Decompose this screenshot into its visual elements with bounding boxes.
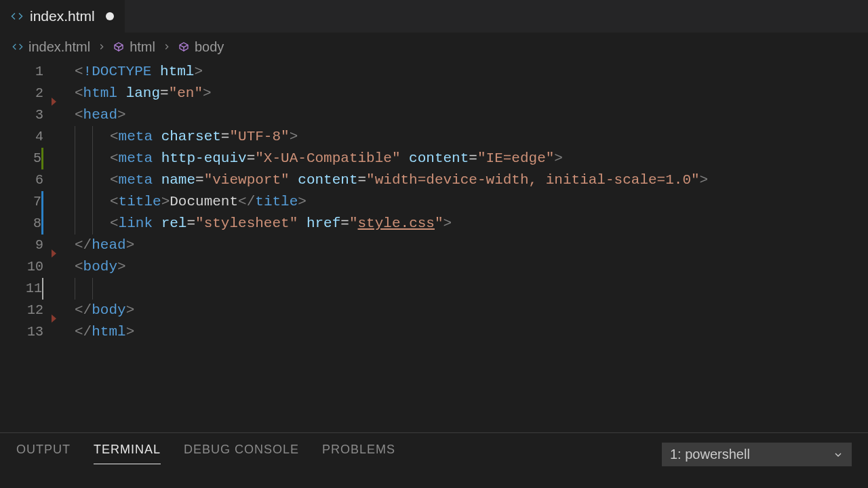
- code-line[interactable]: <!DOCTYPE html>: [57, 61, 868, 83]
- line-number: 11: [0, 278, 43, 300]
- breadcrumb-symbol[interactable]: body: [178, 39, 224, 55]
- code-line[interactable]: <html lang="en">: [57, 83, 868, 104]
- chevron-right-icon: [97, 42, 106, 52]
- code-line[interactable]: </body>: [57, 300, 868, 321]
- line-number: 10: [0, 256, 43, 278]
- line-number: 7: [0, 191, 43, 213]
- line-number: 2: [0, 83, 43, 104]
- code-line[interactable]: <body>: [57, 256, 868, 278]
- panel-tab-debug-console[interactable]: DEBUG CONSOLE: [184, 443, 299, 464]
- line-number: 12: [0, 300, 43, 321]
- line-number: 5: [0, 148, 43, 169]
- code-line[interactable]: <meta http-equiv="X-UA-Compatible" conte…: [57, 148, 868, 169]
- editor-tab[interactable]: index.html: [0, 0, 125, 33]
- breadcrumb-symbol-label: html: [130, 39, 155, 55]
- dirty-indicator-icon: [106, 12, 114, 20]
- code-line[interactable]: <title>Document</title>: [57, 191, 868, 213]
- chevron-down-icon: [833, 449, 844, 460]
- breadcrumb-file[interactable]: index.html: [12, 39, 90, 55]
- line-number: 13: [0, 321, 43, 343]
- html-file-icon: [12, 41, 23, 52]
- breadcrumb-symbol[interactable]: html: [113, 39, 155, 55]
- tab-filename: index.html: [30, 8, 95, 24]
- line-number: 4: [0, 126, 43, 148]
- breadcrumb-symbol-label: body: [195, 39, 224, 55]
- breadcrumb: index.html html body: [0, 33, 868, 61]
- code-line[interactable]: <head>: [57, 104, 868, 126]
- panel-tab-terminal[interactable]: TERMINAL: [94, 443, 161, 464]
- terminal-selector-label: 1: powershell: [670, 447, 750, 462]
- line-number-gutter: 12345678910111213: [0, 61, 53, 432]
- symbol-icon: [113, 41, 124, 52]
- code-line[interactable]: </html>: [57, 321, 868, 343]
- code-line[interactable]: <link rel="stylesheet" href="style.css">: [57, 213, 868, 235]
- line-number: 1: [0, 61, 43, 83]
- code-editor[interactable]: 12345678910111213 <!DOCTYPE html><html l…: [0, 61, 868, 432]
- code-line[interactable]: [57, 278, 868, 300]
- html-file-icon: [11, 10, 23, 22]
- line-number: 9: [0, 235, 43, 256]
- code-area[interactable]: <!DOCTYPE html><html lang="en"><head><me…: [53, 61, 868, 432]
- line-number: 6: [0, 169, 43, 191]
- panel-tab-problems[interactable]: PROBLEMS: [322, 443, 395, 464]
- symbol-icon: [178, 41, 189, 52]
- code-line[interactable]: <meta name="viewport" content="width=dev…: [57, 169, 868, 191]
- code-line[interactable]: <meta charset="UTF-8">: [57, 126, 868, 148]
- bottom-panel: OUTPUTTERMINALDEBUG CONSOLEPROBLEMS 1: p…: [0, 432, 868, 488]
- code-line[interactable]: </head>: [57, 235, 868, 256]
- breadcrumb-file-label: index.html: [28, 39, 90, 55]
- chevron-right-icon: [162, 42, 172, 52]
- panel-tabs: OUTPUTTERMINALDEBUG CONSOLEPROBLEMS: [16, 443, 395, 464]
- line-number: 8: [0, 213, 43, 235]
- tab-bar: index.html: [0, 0, 868, 33]
- panel-tab-output[interactable]: OUTPUT: [16, 443, 71, 464]
- terminal-selector[interactable]: 1: powershell: [662, 443, 852, 466]
- line-number: 3: [0, 104, 43, 126]
